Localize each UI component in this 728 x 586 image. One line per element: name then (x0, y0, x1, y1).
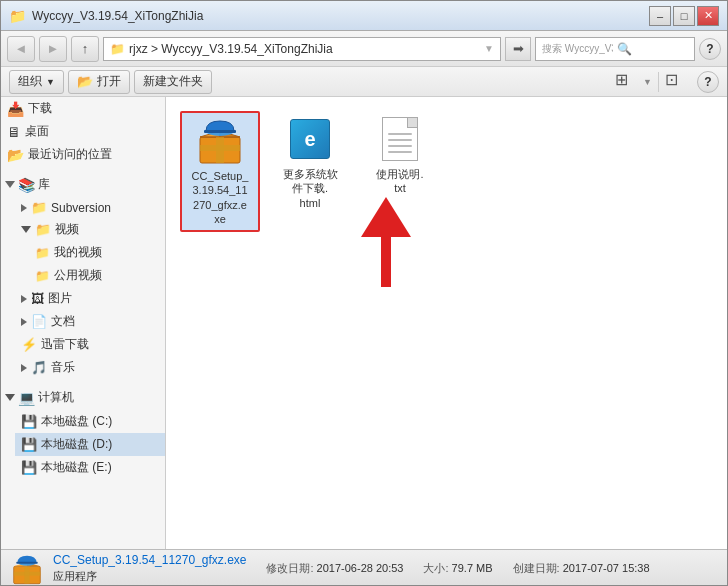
file-item-txt[interactable]: 使用说明.txt (360, 111, 440, 200)
content-area: CC_Setup_3.19.54_11270_gfxz.exe e 更多系统软件… (166, 97, 727, 549)
status-filename: CC_Setup_3.19.54_11270_gfxz.exe (53, 553, 246, 567)
organize-label: 组织 (18, 73, 42, 90)
computer-expand-icon (5, 394, 15, 401)
sidebar-item-recent[interactable]: 📂 最近访问的位置 (1, 143, 165, 166)
pictures-folder-icon: 🖼 (31, 291, 44, 306)
txt-line-2 (388, 139, 412, 141)
created-date: 2017-07-07 15:38 (563, 562, 650, 574)
sidebar-computer-label: 计算机 (38, 389, 74, 406)
computer-icon: 💻 (18, 390, 35, 406)
path-dropdown-icon[interactable]: ▼ (484, 43, 494, 54)
svg-rect-12 (16, 561, 37, 563)
view-dropdown-icon[interactable]: ▼ (643, 77, 652, 87)
sidebar-item-label: 文档 (51, 313, 75, 330)
sidebar-item-label: 视频 (55, 221, 79, 238)
documents-expand-icon (21, 318, 27, 326)
cc-setup-label: CC_Setup_3.19.54_11270_gfxz.exe (192, 169, 249, 226)
documents-folder-icon: 📄 (31, 314, 47, 329)
sidebar-item-videos[interactable]: 📁 视频 (15, 218, 165, 241)
maximize-button[interactable]: □ (673, 6, 695, 26)
open-button[interactable]: 📂 打开 (68, 70, 130, 94)
file-item-html[interactable]: e 更多系统软件下载.html (270, 111, 350, 214)
minimize-button[interactable]: – (649, 6, 671, 26)
sidebar-item-disk-d[interactable]: 💾 本地磁盘 (D:) (15, 433, 165, 456)
sidebar-item-disk-c[interactable]: 💾 本地磁盘 (C:) (15, 410, 165, 433)
status-file-info: CC_Setup_3.19.54_11270_gfxz.exe 应用程序 (53, 553, 246, 584)
sidebar-item-music[interactable]: 🎵 音乐 (15, 356, 165, 379)
sidebar-item-my-videos[interactable]: 📁 我的视频 (29, 241, 165, 264)
html-icon-inner: e (290, 119, 330, 159)
sidebar-item-label: 下载 (28, 100, 52, 117)
up-button[interactable]: ↑ (71, 36, 99, 62)
txt-line-3 (388, 145, 412, 147)
title-bar-left: 📁 Wyccyy_V3.19.54_XiTongZhiJia (9, 8, 203, 24)
html-file-icon: e (286, 115, 334, 163)
status-filetype: 应用程序 (53, 569, 246, 584)
videos-expand-icon (21, 226, 31, 233)
sidebar-item-public-videos[interactable]: 📁 公用视频 (29, 264, 165, 287)
sidebar-item-disk-e[interactable]: 💾 本地磁盘 (E:) (15, 456, 165, 479)
address-bar: ◄ ► ↑ 📁 rjxz > Wyccyy_V3.19.54_XiTongZhi… (1, 31, 727, 67)
sidebar-item-label: 图片 (48, 290, 72, 307)
status-modified: 修改日期: 2017-06-28 20:53 (266, 561, 403, 576)
folder-icon: 📁 (9, 8, 26, 24)
sidebar-item-label: 本地磁盘 (C:) (41, 413, 112, 430)
created-label: 创建日期: (513, 562, 560, 574)
libraries-expand-icon (5, 181, 15, 188)
sidebar-item-label: 我的视频 (54, 244, 102, 261)
view-icon-button[interactable]: ⊞ (615, 70, 639, 94)
my-videos-folder-icon: 📁 (35, 246, 50, 260)
close-button[interactable]: ✕ (697, 6, 719, 26)
sidebar-item-documents[interactable]: 📄 文档 (15, 310, 165, 333)
svg-rect-5 (204, 130, 236, 133)
disk-d-icon: 💾 (21, 437, 37, 452)
path-folder-icon: 📁 (110, 42, 125, 56)
search-placeholder: 搜索 Wyccyy_V3.19.54_XiT... (542, 42, 613, 56)
txt-line-1 (388, 133, 412, 135)
recent-folder-icon: 📂 (7, 147, 24, 163)
sidebar-section-computer[interactable]: 💻 计算机 (1, 385, 165, 410)
status-meta: 修改日期: 2017-06-28 20:53 大小: 79.7 MB 创建日期:… (266, 561, 649, 576)
sidebar-item-subversion[interactable]: 📁 Subversion (15, 197, 165, 218)
help-button[interactable]: ? (699, 38, 721, 60)
search-box[interactable]: 搜索 Wyccyy_V3.19.54_XiT... 🔍 (535, 37, 695, 61)
txt-icon-inner (382, 117, 418, 161)
sidebar-libraries-label: 库 (38, 176, 50, 193)
file-item-cc-setup[interactable]: CC_Setup_3.19.54_11270_gfxz.exe (180, 111, 260, 232)
pictures-expand-icon (21, 295, 27, 303)
svg-rect-3 (216, 137, 224, 163)
preview-pane-button[interactable]: ⊡ (665, 70, 689, 94)
html-file-label: 更多系统软件下载.html (283, 167, 338, 210)
window-title: Wyccyy_V3.19.54_XiTongZhiJia (32, 9, 203, 23)
sidebar-item-pictures[interactable]: 🖼 图片 (15, 287, 165, 310)
txt-file-label: 使用说明.txt (376, 167, 423, 196)
organize-button[interactable]: 组织 ▼ (9, 70, 64, 94)
help-button-2[interactable]: ? (697, 71, 719, 93)
sidebar-item-desktop[interactable]: 🖥 桌面 (1, 120, 165, 143)
forward-button[interactable]: ► (39, 36, 67, 62)
sidebar-item-label: 桌面 (25, 123, 49, 140)
sidebar: 📥 下载 🖥 桌面 📂 最近访问的位置 📚 库 📁 Subversion (1, 97, 166, 549)
search-icon: 🔍 (617, 42, 688, 56)
new-folder-button[interactable]: 新建文件夹 (134, 70, 212, 94)
address-path[interactable]: 📁 rjxz > Wyccyy_V3.19.54_XiTongZhiJia ▼ (103, 37, 501, 61)
sidebar-item-label: 公用视频 (54, 267, 102, 284)
disk-c-icon: 💾 (21, 414, 37, 429)
title-bar: 📁 Wyccyy_V3.19.54_XiTongZhiJia – □ ✕ (1, 1, 727, 31)
disk-e-icon: 💾 (21, 460, 37, 475)
size-value: 79.7 MB (452, 562, 493, 574)
back-button[interactable]: ◄ (7, 36, 35, 62)
organize-dropdown-icon: ▼ (46, 77, 55, 87)
subversion-folder-icon: 📁 (31, 200, 47, 215)
modified-label: 修改日期: (266, 562, 313, 574)
thunder-folder-icon: ⚡ (21, 337, 37, 352)
status-size: 大小: 79.7 MB (423, 561, 492, 576)
path-text: rjxz > Wyccyy_V3.19.54_XiTongZhiJia (129, 42, 333, 56)
sidebar-section-libraries[interactable]: 📚 库 (1, 172, 165, 197)
desktop-folder-icon: 🖥 (7, 124, 21, 140)
sidebar-item-download[interactable]: 📥 下载 (1, 97, 165, 120)
cc-setup-svg (196, 117, 244, 165)
open-label: 打开 (97, 73, 121, 90)
sidebar-item-thunder[interactable]: ⚡ 迅雷下载 (15, 333, 165, 356)
go-button[interactable]: ➡ (505, 37, 531, 61)
